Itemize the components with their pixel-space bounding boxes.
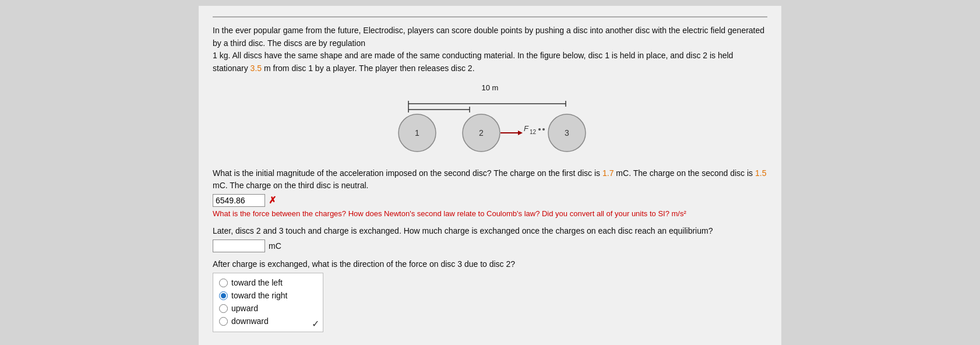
diagram-section: 10 m 1 2 F: [213, 83, 767, 159]
q1-x-icon: ✗: [269, 195, 276, 206]
label-toward-left: toward the left: [231, 278, 283, 287]
label-downward: downward: [231, 316, 269, 326]
question-3-block: After charge is exchanged, what is the d…: [213, 258, 767, 332]
distance-highlight: 3.5: [251, 64, 262, 73]
q1-text: What is the initial magnitude of the acc…: [213, 167, 767, 192]
svg-point-14: [538, 128, 541, 131]
question-1-block: What is the initial magnitude of the acc…: [213, 167, 767, 220]
q1-answer-input[interactable]: [213, 194, 265, 207]
q2-text: Later, discs 2 and 3 touch and charge is…: [213, 225, 767, 237]
svg-text:12: 12: [530, 129, 537, 135]
q1-answer-row: ✗: [213, 194, 767, 207]
q1-charge2: 1.5: [755, 168, 766, 178]
q1-text-1: What is the initial magnitude of the acc…: [213, 168, 600, 178]
svg-marker-11: [518, 131, 523, 135]
radio-toward-right[interactable]: [219, 291, 228, 300]
q1-error-hint: What is the force between the charges? H…: [213, 208, 767, 220]
radio-toward-left[interactable]: [219, 279, 228, 287]
label-upward: upward: [231, 304, 258, 313]
q1-text-3: mC. The charge on the third disc is neut…: [213, 181, 368, 190]
diagram-10m-label: 10 m: [482, 83, 499, 92]
diagram-svg: 1 2 F 12 3: [368, 93, 612, 159]
intro-paragraph: In the ever popular game from the future…: [213, 24, 767, 75]
q1-charge1: 1.7: [602, 168, 614, 178]
question-2-block: Later, discs 2 and 3 touch and charge is…: [213, 225, 767, 252]
intro-text-3: m from disc 1 by a player. The player th…: [264, 64, 475, 73]
q2-answer-row: mC: [213, 240, 767, 252]
label-toward-right: toward the right: [231, 291, 288, 300]
q1-text-2: mC. The charge on the second disc is: [616, 168, 753, 178]
option-toward-left[interactable]: toward the left: [219, 278, 315, 287]
option-upward[interactable]: upward: [219, 304, 315, 313]
q2-answer-input[interactable]: [213, 240, 265, 252]
radio-downward[interactable]: [219, 317, 228, 326]
q2-unit-label: mC: [269, 241, 281, 251]
svg-text:2: 2: [479, 128, 484, 138]
intro-text-1: In the ever popular game from the future…: [213, 26, 764, 48]
svg-text:1: 1: [415, 128, 420, 138]
svg-point-15: [542, 128, 545, 131]
main-content: In the ever popular game from the future…: [199, 6, 781, 345]
svg-text:3: 3: [565, 128, 569, 138]
q3-radio-group: toward the left toward the right upward …: [213, 273, 323, 332]
svg-text:F: F: [524, 124, 529, 133]
option-downward[interactable]: downward: [219, 316, 315, 326]
option-toward-right[interactable]: toward the right: [219, 291, 315, 300]
q3-text: After charge is exchanged, what is the d…: [213, 258, 767, 270]
radio-upward[interactable]: [219, 304, 228, 313]
check-mark-icon: ✓: [312, 318, 319, 329]
